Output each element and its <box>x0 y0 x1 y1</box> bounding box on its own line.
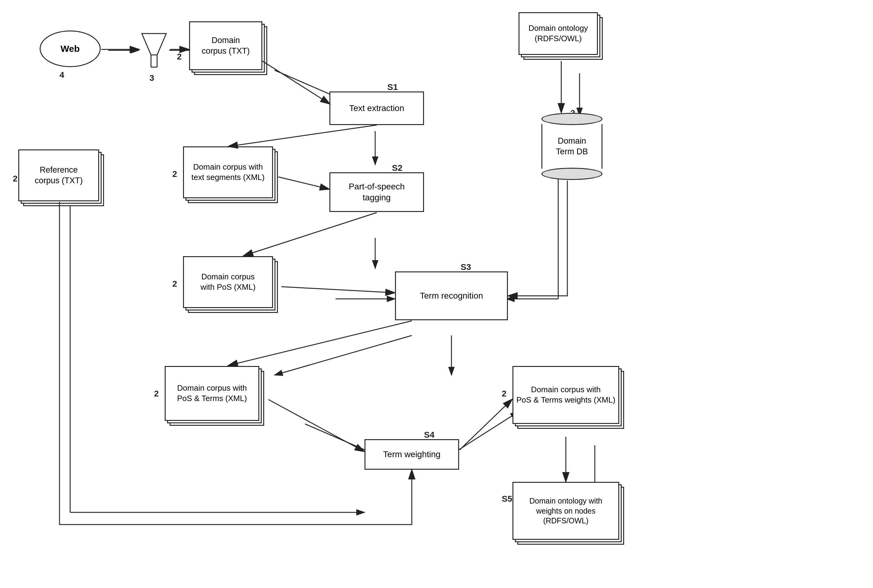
domain-corpus-txt-number: 2 <box>177 52 182 62</box>
text-extraction-node: Text extraction <box>329 92 424 125</box>
filter-node <box>139 30 169 70</box>
term-recognition-node: Term recognition <box>395 272 508 320</box>
domain-corpus-pos-terms-number: 2 <box>154 389 159 399</box>
domain-term-db-node: DomainTerm DB <box>537 113 607 180</box>
domain-corpus-xml-label: Domain corpus withtext segments (XML) <box>192 162 265 183</box>
term-recognition-label: Term recognition <box>420 290 483 302</box>
svg-line-16 <box>452 412 519 454</box>
svg-line-12 <box>274 336 412 375</box>
domain-corpus-pos-number: 2 <box>172 279 177 289</box>
domain-corpus-pos-node: Domain corpuswith PoS (XML) <box>183 256 287 320</box>
filter-number: 3 <box>150 73 154 83</box>
domain-corpus-pos-terms-label: Domain corpus withPoS & Terms (XML) <box>177 383 247 404</box>
diagram: Web 4 3 Domaincorpus (TXT) 2 Domain onto… <box>0 0 873 588</box>
s3-label: S3 <box>460 262 471 272</box>
domain-corpus-txt-label: Domaincorpus (TXT) <box>202 35 250 56</box>
domain-corpus-weights-node: Domain corpus withPoS & Terms weights (X… <box>513 366 634 436</box>
svg-marker-18 <box>142 33 166 55</box>
web-label: Web <box>61 44 80 54</box>
ref-corpus-node: Referencecorpus (TXT) <box>18 150 113 213</box>
pos-tagging-label: Part-of-speechtagging <box>349 181 405 203</box>
s4-label: S4 <box>424 430 434 440</box>
ref-corpus-label: Referencecorpus (TXT) <box>35 165 83 186</box>
ref-corpus-number: 2 <box>13 174 18 184</box>
domain-ontology-node: Domain ontology(RDFS/OWL) <box>519 12 610 67</box>
svg-line-32 <box>268 399 364 452</box>
domain-corpus-txt-node: Domaincorpus (TXT) <box>189 21 274 88</box>
domain-ontology-weights-label: Domain ontology withweights on nodes(RDF… <box>529 496 602 526</box>
domain-corpus-pos-label: Domain corpuswith PoS (XML) <box>200 272 256 292</box>
domain-corpus-weights-number: 2 <box>502 389 507 399</box>
svg-line-30 <box>281 286 394 293</box>
web-node: Web <box>40 30 100 67</box>
s2-label: S2 <box>392 163 402 173</box>
domain-corpus-pos-terms-node: Domain corpus withPoS & Terms (XML) <box>165 366 274 433</box>
domain-corpus-xml-node: Domain corpus withtext segments (XML) <box>183 146 287 210</box>
svg-line-29 <box>244 213 377 256</box>
domain-term-db-label: DomainTerm DB <box>556 136 588 157</box>
term-weighting-label: Term weighting <box>383 449 441 460</box>
pos-tagging-node: Part-of-speechtagging <box>329 172 424 212</box>
web-number: 4 <box>60 70 64 80</box>
text-extraction-label: Text extraction <box>349 103 405 114</box>
svg-line-27 <box>229 125 377 146</box>
term-weighting-node: Term weighting <box>364 439 459 470</box>
svg-line-31 <box>229 321 412 365</box>
domain-corpus-weights-label: Domain corpus withPoS & Terms weights (X… <box>516 385 615 405</box>
s1-label: S1 <box>387 82 398 92</box>
domain-ontology-weights-node: Domain ontology withweights on nodes(RDF… <box>513 482 634 552</box>
s5-label: S5 <box>502 494 512 504</box>
domain-corpus-xml-number: 2 <box>172 169 177 179</box>
svg-line-33 <box>460 399 512 450</box>
domain-ontology-label: Domain ontology(RDFS/OWL) <box>528 23 588 44</box>
